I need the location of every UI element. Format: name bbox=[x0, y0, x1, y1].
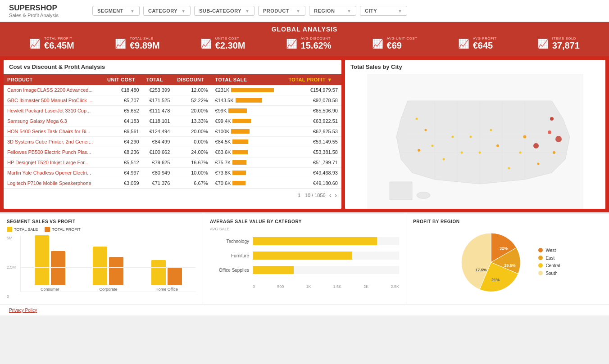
kpi-label-total-profit: TOTAL PROFIT bbox=[44, 36, 74, 40]
privacy-policy-link[interactable]: Privacy Policy bbox=[9, 308, 37, 313]
table-row: HP Designjet T520 Inkjet Large For... €5… bbox=[4, 157, 341, 168]
segment-chart-panel: SEGMENT SALES VS PROFIT TOTAL SALETOTAL … bbox=[0, 214, 203, 304]
cell-unit-cost-0: €18,480 bbox=[104, 85, 143, 95]
legend-item-TOTAL PROFIT: TOTAL PROFIT bbox=[45, 227, 80, 232]
filter-category[interactable]: CATEGORY▼ bbox=[143, 6, 191, 16]
cell-total-sale-2: €99K bbox=[212, 106, 285, 116]
cell-total-sale-8: €73.8K bbox=[212, 168, 285, 178]
svg-point-11 bbox=[537, 163, 540, 165]
filter-sub-category[interactable]: SUB-CATEGORY▼ bbox=[194, 6, 255, 16]
cell-total-sale-9: €70.6K bbox=[212, 178, 285, 189]
legend-label: TOTAL SALE bbox=[14, 227, 38, 232]
cell-unit-cost-2: €5,652 bbox=[104, 106, 143, 116]
kpi-label-avg-profit: AVG PROFIT bbox=[473, 36, 497, 40]
col-header-4[interactable]: TOTAL SALE bbox=[212, 74, 285, 85]
cell-total-1: €171,525 bbox=[143, 95, 174, 106]
kpi-items-sold: 📈 ITEMS SOLD 37,871 bbox=[537, 36, 580, 51]
cell-total-4: €124,494 bbox=[143, 126, 174, 137]
segment-chart-area: 5M2.5M0 Consumer Corporate Home Office bbox=[7, 236, 196, 299]
h-bar-label-Technology: Technology bbox=[210, 239, 253, 244]
cell-total-8: €80,949 bbox=[143, 168, 174, 178]
pie-legend-Central: Central bbox=[538, 263, 560, 268]
header: SUPERSHOP Sales & Profit Analysis SEGMEN… bbox=[0, 0, 609, 22]
cell-total-9: €71,376 bbox=[143, 178, 174, 189]
kpi-total-sale: 📈 TOTAL SALE €9.89M bbox=[115, 36, 160, 51]
legend-color bbox=[45, 227, 50, 232]
kpi-value-avg-discount: 15.62% bbox=[301, 40, 332, 51]
filter-product[interactable]: PRODUCT▼ bbox=[258, 6, 305, 16]
col-header-2[interactable]: TOTAL bbox=[143, 74, 174, 85]
brand-subtitle: Sales & Profit Analysis bbox=[9, 13, 81, 18]
global-title: GLOBAL ANALYSIS bbox=[9, 26, 600, 33]
cell-product-7: HP Designjet T520 Inkjet Large For... bbox=[4, 157, 104, 168]
brand-title: SUPERSHOP bbox=[9, 4, 81, 13]
table-row: HON 5400 Series Task Chairs for Bi... €6… bbox=[4, 126, 341, 137]
cell-profit-1: €92,078.58 bbox=[285, 95, 341, 106]
pie-legend-South: South bbox=[538, 271, 560, 276]
kpi-row: 📈 TOTAL PROFIT €6.45M 📈 TOTAL SALE €9.89… bbox=[9, 36, 600, 51]
profit-region-title: PROFIT BY REGION bbox=[413, 219, 602, 224]
pagination-prev[interactable]: ‹ bbox=[329, 192, 332, 199]
table-panel-title: Cost vs Discount & Profit Analysis bbox=[4, 60, 341, 74]
cell-discount-2: 20.00% bbox=[173, 106, 211, 116]
filter-arrow-city: ▼ bbox=[398, 9, 402, 13]
city-dot bbox=[550, 117, 554, 121]
pie-legend-West: West bbox=[538, 248, 560, 253]
h-bar-label-Furniture: Furniture bbox=[210, 253, 253, 258]
filter-region[interactable]: REGION▼ bbox=[309, 6, 356, 16]
cell-unit-cost-1: €5,707 bbox=[104, 95, 143, 106]
footer: Privacy Policy bbox=[0, 304, 609, 315]
table-row: Martin Yale Chadless Opener Electri... €… bbox=[4, 168, 341, 178]
filter-city[interactable]: CITY▼ bbox=[360, 6, 407, 16]
cell-total-5: €84,499 bbox=[143, 137, 174, 147]
cell-product-3: Samsung Galaxy Mega 6.3 bbox=[4, 116, 104, 126]
cell-discount-5: 0.00% bbox=[173, 137, 211, 147]
cell-product-2: Hewlett Packard LaserJet 3310 Cop... bbox=[4, 106, 104, 116]
x-axis-label: 1.5K bbox=[333, 284, 342, 289]
pie-legend-dot-East bbox=[538, 256, 543, 260]
cell-profit-6: €53,381.58 bbox=[285, 147, 341, 157]
col-header-1[interactable]: UNIT COST bbox=[104, 74, 143, 85]
segment-legend: TOTAL SALETOTAL PROFIT bbox=[7, 227, 196, 232]
col-header-3[interactable]: DISCOUNT bbox=[173, 74, 211, 85]
pie-legend-label-South: South bbox=[545, 271, 557, 276]
kpi-value-units-cost: €2.30M bbox=[215, 40, 245, 51]
svg-point-24 bbox=[418, 149, 420, 152]
cell-total-sale-4: €100K bbox=[212, 126, 285, 137]
cell-product-4: HON 5400 Series Task Chairs for Bi... bbox=[4, 126, 104, 137]
pie-chart: 32% 29.5% 21% 17.5% bbox=[455, 229, 532, 297]
cell-profit-7: €51,799.71 bbox=[285, 157, 341, 168]
x-axis-labels: 05001K1.5K2K2.5K bbox=[210, 284, 399, 289]
table-row: Samsung Galaxy Mega 6.3 €4,183 €118,101 … bbox=[4, 116, 341, 126]
pie-legend-label-East: East bbox=[545, 256, 554, 261]
svg-text:17.5%: 17.5% bbox=[476, 268, 487, 272]
cell-profit-5: €59,149.55 bbox=[285, 137, 341, 147]
map-title: Total Sales by City bbox=[345, 60, 605, 74]
h-bar-row-Office Supplies: Office Supplies bbox=[210, 266, 399, 274]
kpi-units-cost: 📈 UNITS COST €2.30M bbox=[200, 36, 245, 51]
svg-point-10 bbox=[553, 151, 555, 154]
kpi-label-units-cost: UNITS COST bbox=[215, 36, 245, 40]
main-content: Cost vs Discount & Profit Analysis PRODU… bbox=[0, 56, 609, 212]
col-header-5[interactable]: TOTAL PROFIT ▼ bbox=[285, 74, 341, 85]
legend-item-TOTAL SALE: TOTAL SALE bbox=[7, 227, 38, 232]
filter-label-region: REGION bbox=[314, 8, 335, 13]
filter-segment[interactable]: SEGMENT▼ bbox=[92, 6, 140, 16]
table-row: 3D Systems Cube Printer, 2nd Gener... €4… bbox=[4, 137, 341, 147]
filter-label-sub-category: SUB-CATEGORY bbox=[199, 8, 241, 13]
col-header-0[interactable]: PRODUCT bbox=[4, 74, 104, 85]
kpi-icon-avg-unit-cost: 📈 bbox=[372, 38, 383, 49]
cell-discount-7: 16.67% bbox=[173, 157, 211, 168]
cell-unit-cost-3: €4,183 bbox=[104, 116, 143, 126]
h-bar-fill-Furniture bbox=[253, 252, 352, 260]
cell-total-sale-3: €99.4K bbox=[212, 116, 285, 126]
x-axis-label: 2K bbox=[364, 284, 368, 289]
h-bar-chart: Technology Furniture Office Supplies bbox=[210, 235, 399, 283]
cell-total-3: €118,101 bbox=[143, 116, 174, 126]
cell-profit-9: €49,180.60 bbox=[285, 178, 341, 189]
svg-point-25 bbox=[416, 118, 418, 120]
pagination-next[interactable]: › bbox=[335, 192, 337, 199]
cell-unit-cost-9: €3,059 bbox=[104, 178, 143, 189]
cell-product-1: GBC Ibimaster 500 Manual ProClick ... bbox=[4, 95, 104, 106]
svg-point-27 bbox=[548, 130, 551, 134]
